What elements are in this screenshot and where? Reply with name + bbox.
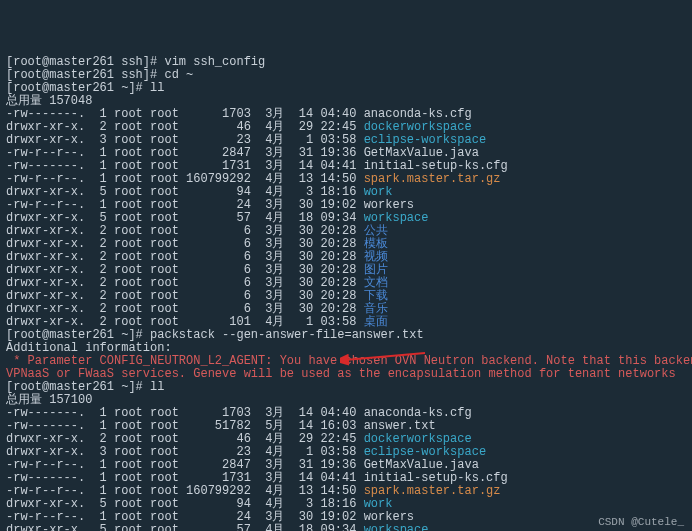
file-name: 视频 (364, 250, 388, 264)
file-name: work (364, 185, 393, 199)
file-name: work (364, 497, 393, 511)
file-name: spark.master.tar.gz (364, 172, 501, 186)
file-name: anaconda-ks.cfg (364, 406, 472, 420)
watermark-text: CSDN @Cutele_ (598, 516, 684, 529)
file-name: anaconda-ks.cfg (364, 107, 472, 121)
file-name: 公共 (364, 224, 388, 238)
file-name: eclipse-workspace (364, 445, 486, 459)
file-name: 桌面 (364, 315, 388, 329)
file-name: workers (364, 198, 414, 212)
file-name: 图片 (364, 263, 388, 277)
file-name: 模板 (364, 237, 388, 251)
file-name: dockerworkspace (364, 432, 472, 446)
file-name: 文档 (364, 276, 388, 290)
file-name: 下载 (364, 289, 388, 303)
file-name: spark.master.tar.gz (364, 484, 501, 498)
file-name: workspace (364, 523, 429, 531)
terminal-output[interactable]: [root@master261 ssh]# vim ssh_config[roo… (6, 56, 686, 531)
file-name: workers (364, 510, 414, 524)
file-name: dockerworkspace (364, 120, 472, 134)
prompt-line: [root@master261 ~]# ll (6, 82, 686, 95)
file-name: GetMaxValue.java (364, 146, 479, 160)
file-name: eclipse-workspace (364, 133, 486, 147)
file-name: workspace (364, 211, 429, 225)
ls-row: drwxr-xr-x. 5 root root 57 4月 18 09:34 w… (6, 524, 686, 531)
prompt-line: [root@master261 ~]# ll (6, 381, 686, 394)
file-name: initial-setup-ks.cfg (364, 159, 508, 173)
file-name: answer.txt (364, 419, 436, 433)
file-name: 音乐 (364, 302, 388, 316)
file-name: GetMaxValue.java (364, 458, 479, 472)
file-name: initial-setup-ks.cfg (364, 471, 508, 485)
